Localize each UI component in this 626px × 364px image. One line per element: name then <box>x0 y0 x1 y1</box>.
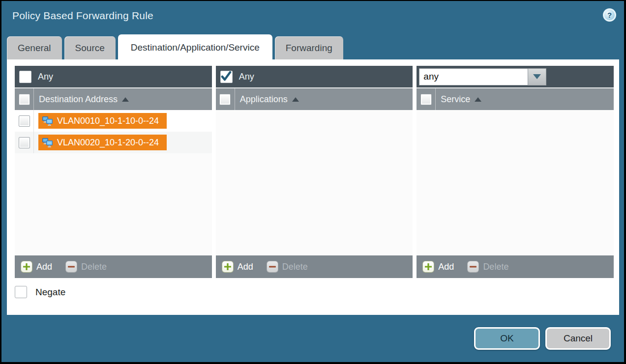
destination-toolbar: Add Delete <box>15 255 212 278</box>
delete-button-label: Delete <box>483 262 508 272</box>
service-panel: any Service <box>417 66 614 278</box>
applications-any-bar: Any <box>216 66 413 87</box>
dialog-titlebar: Policy Based Forwarding Rule ? <box>1 1 624 30</box>
service-header-label[interactable]: Service <box>441 94 470 105</box>
tab-general[interactable]: General <box>7 36 62 59</box>
add-button-label: Add <box>36 262 52 272</box>
add-button[interactable]: Add <box>222 261 253 272</box>
add-icon <box>423 261 434 272</box>
delete-button[interactable]: Delete <box>267 261 308 272</box>
applications-select-all-checkbox[interactable] <box>219 94 231 105</box>
add-icon <box>21 261 32 272</box>
service-dropdown-button[interactable] <box>528 68 546 85</box>
table-row[interactable]: VLAN0020_10-1-20-0--24 <box>15 132 212 153</box>
service-toolbar: Add Delete <box>417 255 614 278</box>
destination-header-label[interactable]: Destination Address <box>39 94 118 105</box>
delete-icon <box>267 261 278 272</box>
chevron-down-icon <box>533 74 541 79</box>
help-icon[interactable]: ? <box>603 8 616 22</box>
add-button[interactable]: Add <box>21 261 52 272</box>
columns-container: Any Destination Address <box>15 66 614 278</box>
applications-any-checkbox[interactable] <box>220 71 233 83</box>
applications-toolbar: Add Delete <box>216 255 413 278</box>
sort-ascending-icon <box>475 97 481 102</box>
sort-ascending-icon <box>292 97 299 102</box>
network-address-icon <box>42 137 54 148</box>
destination-any-checkbox[interactable] <box>19 71 31 83</box>
negate-row: Negate <box>15 286 614 298</box>
destination-column-header: Destination Address <box>15 87 212 110</box>
delete-button[interactable]: Delete <box>66 261 107 272</box>
tab-bar: General Source Destination/Application/S… <box>1 30 624 59</box>
service-column-header: Service <box>417 87 614 110</box>
applications-column-header: Applications <box>216 87 413 110</box>
destination-select-all-checkbox[interactable] <box>19 94 30 105</box>
destination-any-bar: Any <box>15 66 212 87</box>
delete-button-label: Delete <box>81 262 107 272</box>
destination-address-list: VLAN0010_10-1-10-0--24 <box>15 110 212 255</box>
address-object-name: VLAN0020_10-1-20-0--24 <box>57 138 159 148</box>
tab-source[interactable]: Source <box>64 36 116 59</box>
service-list <box>417 110 614 255</box>
ok-button[interactable]: OK <box>474 327 540 350</box>
service-any-bar: any <box>417 66 614 87</box>
service-select-all-checkbox[interactable] <box>420 94 432 105</box>
negate-label: Negate <box>35 287 65 298</box>
add-button[interactable]: Add <box>423 261 454 272</box>
add-icon <box>222 261 233 272</box>
tab-content: Any Destination Address <box>7 59 619 315</box>
applications-any-label: Any <box>239 72 254 82</box>
destination-address-panel: Any Destination Address <box>15 66 212 278</box>
negate-checkbox[interactable] <box>15 286 27 298</box>
row-checkbox[interactable] <box>19 115 30 127</box>
table-row[interactable]: VLAN0010_10-1-10-0--24 <box>15 110 212 132</box>
tab-destination-application-service[interactable]: Destination/Application/Service <box>118 34 272 59</box>
checkmark-icon <box>221 71 232 82</box>
service-dropdown-value[interactable]: any <box>419 68 528 85</box>
destination-any-label: Any <box>38 72 53 82</box>
tab-forwarding[interactable]: Forwarding <box>275 36 343 59</box>
applications-panel: Any Applications <box>216 66 413 278</box>
service-dropdown[interactable]: any <box>419 68 546 85</box>
delete-icon <box>66 261 77 272</box>
row-checkbox[interactable] <box>19 137 30 148</box>
sort-ascending-icon <box>122 97 129 102</box>
add-button-label: Add <box>438 262 454 272</box>
address-object-chip[interactable]: VLAN0020_10-1-20-0--24 <box>38 135 167 150</box>
delete-button[interactable]: Delete <box>468 261 508 272</box>
add-button-label: Add <box>238 262 253 272</box>
policy-based-forwarding-dialog: Policy Based Forwarding Rule ? General S… <box>1 1 624 362</box>
dialog-title: Policy Based Forwarding Rule <box>12 10 153 22</box>
dialog-footer: OK Cancel <box>1 315 624 362</box>
address-object-chip[interactable]: VLAN0010_10-1-10-0--24 <box>38 113 167 129</box>
applications-header-label[interactable]: Applications <box>240 94 288 105</box>
delete-button-label: Delete <box>282 262 308 272</box>
address-object-name: VLAN0010_10-1-10-0--24 <box>57 116 159 126</box>
delete-icon <box>468 261 478 272</box>
network-address-icon <box>42 115 54 126</box>
cancel-button[interactable]: Cancel <box>545 327 611 350</box>
applications-list <box>216 110 413 255</box>
